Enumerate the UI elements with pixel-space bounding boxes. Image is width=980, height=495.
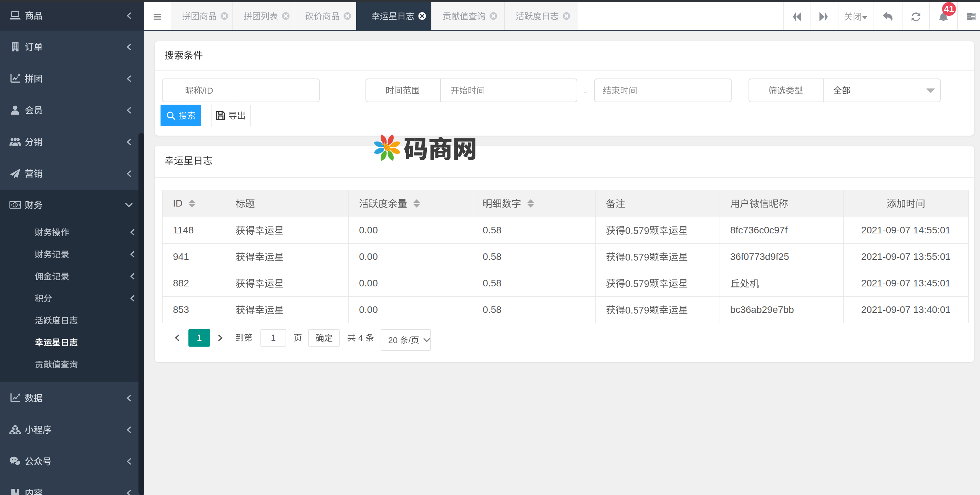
svg-text:1: 1 bbox=[14, 203, 16, 207]
